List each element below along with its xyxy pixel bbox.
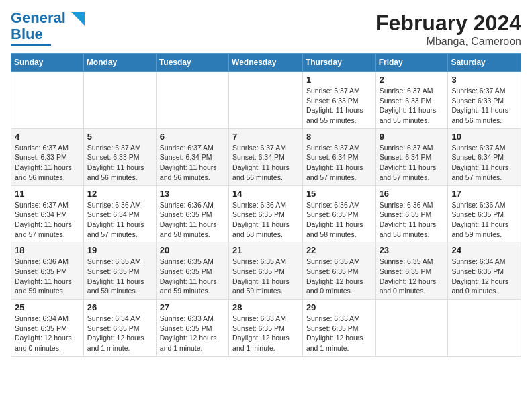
day-info: Sunrise: 6:35 AM Sunset: 6:35 PM Dayligh… (87, 257, 152, 296)
logo-blue-text: Blue (11, 26, 43, 43)
day-number: 11 (15, 189, 80, 199)
day-number: 5 (87, 132, 152, 142)
day-info: Sunrise: 6:35 AM Sunset: 6:35 PM Dayligh… (232, 257, 299, 296)
day-info: Sunrise: 6:34 AM Sunset: 6:35 PM Dayligh… (451, 257, 517, 296)
calendar-cell: 23Sunrise: 6:35 AM Sunset: 6:35 PM Dayli… (375, 242, 448, 300)
day-number: 19 (87, 245, 152, 255)
logo-divider (11, 44, 51, 46)
day-info: Sunrise: 6:37 AM Sunset: 6:33 PM Dayligh… (306, 86, 372, 126)
day-info: Sunrise: 6:33 AM Sunset: 6:35 PM Dayligh… (160, 314, 225, 353)
calendar-week-row: 25Sunrise: 6:34 AM Sunset: 6:35 PM Dayli… (11, 300, 521, 357)
day-number: 24 (451, 245, 517, 255)
day-number: 29 (306, 302, 372, 312)
day-number: 3 (451, 75, 517, 85)
calendar-cell (448, 300, 521, 357)
calendar-cell: 18Sunrise: 6:36 AM Sunset: 6:35 PM Dayli… (11, 242, 84, 300)
calendar-cell: 5Sunrise: 6:37 AM Sunset: 6:33 PM Daylig… (83, 128, 156, 185)
day-info: Sunrise: 6:35 AM Sunset: 6:35 PM Dayligh… (380, 257, 445, 296)
calendar-cell: 20Sunrise: 6:35 AM Sunset: 6:35 PM Dayli… (156, 242, 228, 300)
day-number: 12 (87, 189, 152, 199)
logo-arrow-icon (71, 12, 85, 26)
calendar-cell: 8Sunrise: 6:37 AM Sunset: 6:34 PM Daylig… (302, 128, 375, 185)
day-info: Sunrise: 6:35 AM Sunset: 6:35 PM Dayligh… (306, 257, 372, 296)
calendar-cell: 25Sunrise: 6:34 AM Sunset: 6:35 PM Dayli… (11, 300, 84, 357)
day-number: 8 (306, 132, 372, 142)
day-number: 16 (380, 189, 445, 199)
calendar-body: 1Sunrise: 6:37 AM Sunset: 6:33 PM Daylig… (11, 72, 521, 357)
weekday-header: Friday (375, 54, 448, 72)
day-number: 26 (87, 302, 152, 312)
calendar-cell: 14Sunrise: 6:36 AM Sunset: 6:35 PM Dayli… (229, 185, 303, 242)
day-info: Sunrise: 6:37 AM Sunset: 6:33 PM Dayligh… (87, 143, 152, 183)
weekday-row: SundayMondayTuesdayWednesdayThursdayFrid… (11, 54, 521, 72)
day-number: 10 (451, 132, 517, 142)
calendar-cell (229, 72, 303, 129)
calendar-cell: 11Sunrise: 6:37 AM Sunset: 6:34 PM Dayli… (11, 185, 84, 242)
day-number: 23 (380, 245, 445, 255)
calendar-cell: 12Sunrise: 6:36 AM Sunset: 6:34 PM Dayli… (83, 185, 156, 242)
svg-marker-0 (71, 12, 85, 26)
calendar-cell: 7Sunrise: 6:37 AM Sunset: 6:34 PM Daylig… (229, 128, 303, 185)
day-number: 14 (232, 189, 299, 199)
day-info: Sunrise: 6:36 AM Sunset: 6:35 PM Dayligh… (160, 200, 225, 240)
day-number: 28 (232, 302, 299, 312)
day-info: Sunrise: 6:37 AM Sunset: 6:34 PM Dayligh… (160, 143, 225, 183)
day-info: Sunrise: 6:37 AM Sunset: 6:34 PM Dayligh… (451, 143, 517, 183)
calendar-header: SundayMondayTuesdayWednesdayThursdayFrid… (11, 54, 521, 72)
day-info: Sunrise: 6:33 AM Sunset: 6:35 PM Dayligh… (232, 314, 299, 353)
weekday-header: Tuesday (156, 54, 228, 72)
calendar-cell: 24Sunrise: 6:34 AM Sunset: 6:35 PM Dayli… (448, 242, 521, 300)
day-info: Sunrise: 6:37 AM Sunset: 6:34 PM Dayligh… (306, 143, 372, 183)
day-info: Sunrise: 6:36 AM Sunset: 6:35 PM Dayligh… (232, 200, 299, 240)
day-info: Sunrise: 6:35 AM Sunset: 6:35 PM Dayligh… (160, 257, 225, 296)
day-info: Sunrise: 6:37 AM Sunset: 6:33 PM Dayligh… (451, 86, 517, 126)
calendar-cell: 15Sunrise: 6:36 AM Sunset: 6:35 PM Dayli… (302, 185, 375, 242)
calendar-cell (156, 72, 228, 129)
day-info: Sunrise: 6:36 AM Sunset: 6:35 PM Dayligh… (451, 200, 517, 240)
day-number: 4 (15, 132, 80, 142)
calendar-week-row: 18Sunrise: 6:36 AM Sunset: 6:35 PM Dayli… (11, 242, 521, 300)
logo-text: General (11, 11, 85, 26)
day-number: 22 (306, 245, 372, 255)
weekday-header: Wednesday (229, 54, 303, 72)
calendar-cell: 13Sunrise: 6:36 AM Sunset: 6:35 PM Dayli… (156, 185, 228, 242)
day-number: 7 (232, 132, 299, 142)
page-header: General Blue February 2024 Mbanga, Camer… (11, 11, 521, 48)
calendar-cell: 21Sunrise: 6:35 AM Sunset: 6:35 PM Dayli… (229, 242, 303, 300)
day-info: Sunrise: 6:36 AM Sunset: 6:35 PM Dayligh… (306, 200, 372, 240)
calendar-cell: 17Sunrise: 6:36 AM Sunset: 6:35 PM Dayli… (448, 185, 521, 242)
calendar-cell: 16Sunrise: 6:36 AM Sunset: 6:35 PM Dayli… (375, 185, 448, 242)
day-info: Sunrise: 6:37 AM Sunset: 6:34 PM Dayligh… (232, 143, 299, 183)
weekday-header: Monday (83, 54, 156, 72)
calendar-cell: 10Sunrise: 6:37 AM Sunset: 6:34 PM Dayli… (448, 128, 521, 185)
calendar-cell: 4Sunrise: 6:37 AM Sunset: 6:33 PM Daylig… (11, 128, 84, 185)
day-info: Sunrise: 6:36 AM Sunset: 6:35 PM Dayligh… (380, 200, 445, 240)
day-info: Sunrise: 6:34 AM Sunset: 6:35 PM Dayligh… (15, 314, 80, 353)
calendar-cell: 3Sunrise: 6:37 AM Sunset: 6:33 PM Daylig… (448, 72, 521, 129)
day-info: Sunrise: 6:37 AM Sunset: 6:33 PM Dayligh… (15, 143, 80, 183)
day-info: Sunrise: 6:33 AM Sunset: 6:35 PM Dayligh… (306, 314, 372, 353)
day-number: 18 (15, 245, 80, 255)
calendar-cell: 28Sunrise: 6:33 AM Sunset: 6:35 PM Dayli… (229, 300, 303, 357)
calendar-cell: 2Sunrise: 6:37 AM Sunset: 6:33 PM Daylig… (375, 72, 448, 129)
day-info: Sunrise: 6:36 AM Sunset: 6:34 PM Dayligh… (87, 200, 152, 240)
calendar-cell: 26Sunrise: 6:34 AM Sunset: 6:35 PM Dayli… (83, 300, 156, 357)
calendar-cell: 29Sunrise: 6:33 AM Sunset: 6:35 PM Dayli… (302, 300, 375, 357)
day-number: 1 (306, 75, 372, 85)
day-number: 2 (380, 75, 445, 85)
calendar-cell (83, 72, 156, 129)
day-number: 13 (160, 189, 225, 199)
day-number: 17 (451, 189, 517, 199)
day-info: Sunrise: 6:34 AM Sunset: 6:35 PM Dayligh… (87, 314, 152, 353)
day-info: Sunrise: 6:36 AM Sunset: 6:35 PM Dayligh… (15, 257, 80, 296)
day-number: 20 (160, 245, 225, 255)
title-block: February 2024 Mbanga, Cameroon (375, 11, 521, 48)
calendar-cell: 22Sunrise: 6:35 AM Sunset: 6:35 PM Dayli… (302, 242, 375, 300)
calendar-cell: 19Sunrise: 6:35 AM Sunset: 6:35 PM Dayli… (83, 242, 156, 300)
day-info: Sunrise: 6:37 AM Sunset: 6:34 PM Dayligh… (380, 143, 445, 183)
day-number: 9 (380, 132, 445, 142)
calendar-table: SundayMondayTuesdayWednesdayThursdayFrid… (11, 53, 521, 357)
calendar-week-row: 11Sunrise: 6:37 AM Sunset: 6:34 PM Dayli… (11, 185, 521, 242)
weekday-header: Saturday (448, 54, 521, 72)
day-info: Sunrise: 6:37 AM Sunset: 6:34 PM Dayligh… (15, 200, 80, 240)
